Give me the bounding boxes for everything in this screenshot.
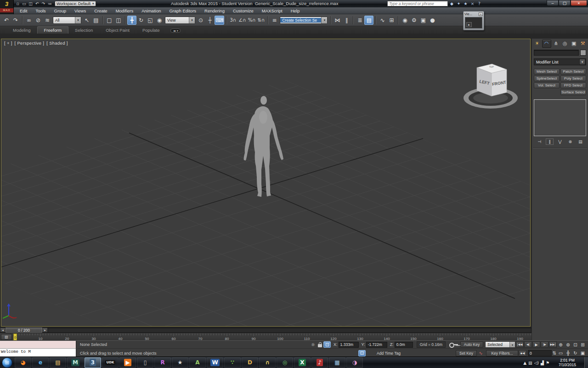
keyboard-shortcut-override-toggle[interactable]: ⌨: [215, 16, 224, 25]
save-file-button[interactable]: ◫: [28, 1, 34, 7]
taskbar-udk[interactable]: UDK: [102, 357, 119, 368]
select-and-scale-button[interactable]: ◱: [146, 16, 155, 25]
menu-help[interactable]: Help: [287, 7, 304, 14]
tray-icon-2[interactable]: ◁): [534, 361, 539, 365]
key-mode-toggle[interactable]: ▪◀: [519, 350, 526, 356]
taskbar-3ds-max[interactable]: 3: [85, 357, 101, 368]
add-time-tag-button[interactable]: Add Time Tag: [368, 350, 410, 356]
tab-selection[interactable]: Selection: [68, 27, 99, 34]
select-and-link-icon[interactable]: ∞: [24, 16, 34, 25]
select-object-button[interactable]: ↖: [82, 16, 91, 25]
absolute-mode-toggle[interactable]: ⊡: [323, 341, 331, 348]
workspace-selector[interactable]: Workspace: Default ▾: [55, 1, 96, 6]
maximize-button[interactable]: ▢: [559, 0, 571, 6]
time-slider-handle[interactable]: 0 / 200: [6, 328, 42, 333]
pan-view-icon[interactable]: ╬: [565, 350, 571, 356]
modifier-stack[interactable]: [534, 99, 586, 136]
maximize-viewport-toggle-icon[interactable]: ▣: [579, 350, 586, 356]
zoom-all-icon[interactable]: ⊛: [565, 341, 571, 348]
display-tab-icon[interactable]: ▣: [570, 40, 578, 48]
time-slider-track[interactable]: [48, 328, 531, 333]
menu-views[interactable]: Views: [70, 7, 90, 14]
percent-snap-toggle[interactable]: %∩: [247, 16, 257, 25]
taskbar-app-d-audio[interactable]: D: [242, 357, 258, 368]
set-keys-icon[interactable]: [449, 342, 458, 347]
menu-animation[interactable]: Animation: [137, 7, 165, 14]
project-folder-button[interactable]: ≔: [47, 1, 53, 7]
exchange-icon[interactable]: ×: [469, 1, 475, 6]
rectangular-selection-region-button[interactable]: □: [105, 16, 114, 25]
manage-layers-button[interactable]: ≣: [355, 16, 364, 25]
open-file-button[interactable]: ▭: [21, 1, 27, 7]
align-button[interactable]: ∥: [342, 16, 351, 25]
application-menu-button[interactable]: 3 MAX: [0, 0, 14, 14]
orbit-icon[interactable]: ↻: [572, 350, 579, 356]
current-frame-field[interactable]: 0: [528, 350, 552, 356]
object-name-field[interactable]: [534, 50, 579, 56]
close-icon[interactable]: ×: [479, 12, 483, 16]
reference-coordinate-dropdown[interactable]: View ▾: [165, 17, 195, 24]
taskbar-app-globe[interactable]: ◎: [277, 357, 293, 368]
previous-frame-arrow[interactable]: ◂: [0, 328, 6, 333]
angle-snap-toggle[interactable]: ∠∩: [237, 16, 247, 25]
key-filters-button[interactable]: Key Filters...: [486, 350, 518, 356]
show-end-result-button[interactable]: ‖: [546, 138, 554, 145]
play-animation-button[interactable]: ▶: [532, 341, 540, 348]
taskbar-audio-device[interactable]: ▯: [137, 357, 153, 368]
current-frame-marker[interactable]: 0: [13, 334, 17, 340]
close-button[interactable]: ×: [571, 0, 587, 6]
human-reference-model[interactable]: [244, 96, 283, 197]
go-to-start-button[interactable]: |◀◀: [516, 341, 524, 348]
selection-lock-icon[interactable]: [317, 341, 323, 348]
poly-select-button[interactable]: Poly Select: [560, 75, 586, 81]
new-file-button[interactable]: ▫: [15, 1, 21, 7]
vol-select-button[interactable]: Vol. Select: [534, 82, 560, 88]
menu-create[interactable]: Create: [90, 7, 112, 14]
menu-group[interactable]: Group: [50, 7, 70, 14]
listener-output-pane[interactable]: Welcome to M: [0, 349, 76, 357]
viewport-pov-menu[interactable]: [ Perspective ]: [15, 40, 45, 46]
pin-stack-button[interactable]: ⊣: [536, 138, 543, 145]
floater-expand-button[interactable]: ▸: [466, 22, 472, 27]
modifier-list-dropdown[interactable]: Modifier List ▾: [534, 58, 586, 65]
communication-center-icon[interactable]: ◆: [449, 1, 455, 6]
patch-select-button[interactable]: Patch Select: [560, 69, 586, 75]
z-coordinate-field[interactable]: 0.0m: [395, 342, 413, 348]
taskbar-firefox[interactable]: ◕: [15, 357, 31, 368]
menu-rendering[interactable]: Rendering: [200, 7, 229, 14]
window-crossing-toggle[interactable]: ◫: [114, 16, 123, 25]
tray-icon-1[interactable]: ▤: [528, 361, 532, 365]
selection-filter-dropdown[interactable]: All ▾: [53, 17, 81, 24]
listener-macro-pane[interactable]: [0, 341, 76, 349]
modify-tab-icon[interactable]: ◠: [542, 40, 552, 48]
taskbar-excel[interactable]: X: [294, 357, 311, 368]
viewport-general-menu[interactable]: [ + ]: [4, 40, 12, 46]
taskbar-image-viewer[interactable]: ▦: [329, 357, 345, 368]
viewcube[interactable]: LEFT FRONT TOP: [464, 64, 518, 109]
taskbar-app-star[interactable]: ★: [172, 357, 188, 368]
spline-select-button[interactable]: SplineSelect: [534, 75, 560, 81]
create-tab-icon[interactable]: ☀: [533, 40, 542, 48]
select-and-move-button[interactable]: ╋: [127, 16, 136, 25]
taskbar-app-headset[interactable]: ∩: [259, 357, 276, 368]
frame-spinner[interactable]: ⇅: [552, 350, 557, 356]
next-frame-arrow[interactable]: ▸: [42, 328, 48, 333]
taskbar-app-green-dots[interactable]: ∵: [224, 357, 241, 368]
schematic-view-button[interactable]: ⊞: [387, 16, 396, 25]
auto-key-button[interactable]: Auto Key: [460, 341, 483, 348]
taskbar-paint[interactable]: ◑: [346, 357, 363, 368]
tab-modeling[interactable]: Modeling: [6, 27, 37, 34]
viewport-shading-menu[interactable]: [ Shaded ]: [46, 40, 68, 46]
x-coordinate-field[interactable]: 1.333m: [339, 342, 359, 348]
taskbar-maya[interactable]: M: [67, 357, 84, 368]
unlink-selection-icon[interactable]: ⊘: [34, 16, 43, 25]
taskbar-windows-explorer[interactable]: ▤: [50, 357, 66, 368]
taskbar-app-a[interactable]: A: [189, 357, 206, 368]
snaps-toggle-3d[interactable]: 3∩: [228, 16, 237, 25]
menu-edit[interactable]: Edit: [16, 7, 31, 14]
subscription-icon[interactable]: ✦: [456, 1, 462, 6]
rendered-frame-window-button[interactable]: ▣: [418, 16, 428, 25]
taskbar-internet-explorer[interactable]: e: [32, 357, 49, 368]
start-button[interactable]: ⊞: [2, 357, 12, 368]
taskbar-app-music[interactable]: ♪: [311, 357, 328, 368]
